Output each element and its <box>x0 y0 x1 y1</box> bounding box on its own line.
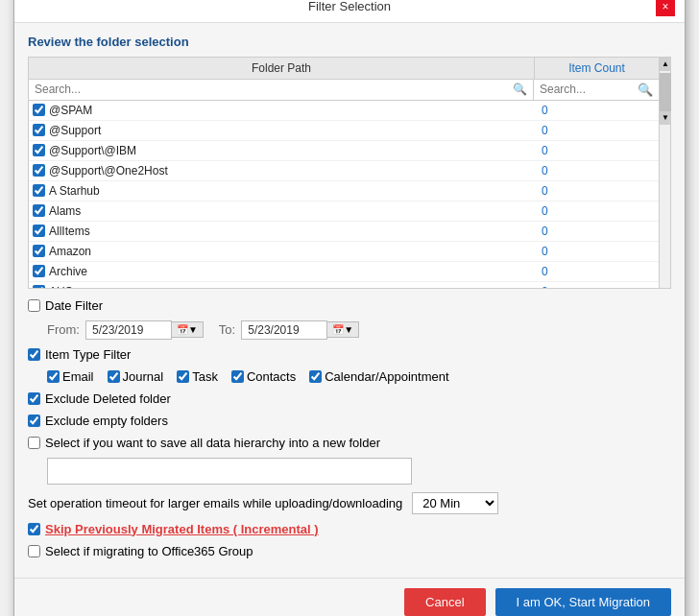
folder-count-cell: 0 <box>534 163 659 178</box>
item-type-item-checkbox[interactable] <box>309 370 322 383</box>
item-type-item-label[interactable]: Journal <box>108 369 164 384</box>
to-date-group: 📅▼ <box>241 320 359 340</box>
folder-name: Alams <box>49 204 81 218</box>
folder-count-cell: 0 <box>534 244 659 259</box>
item-type-item-label[interactable]: Calendar/Appointment <box>309 369 448 384</box>
cancel-button[interactable]: Cancel <box>404 588 485 616</box>
table-with-scroll: Folder Path Item Count 🔍 🔍 <box>29 58 670 288</box>
timeout-row: Set operation timeout for larger emails … <box>28 492 671 514</box>
search-input-path[interactable] <box>35 83 513 96</box>
folder-path-cell: AUS <box>29 284 534 288</box>
item-type-filter-checkbox[interactable] <box>28 348 40 361</box>
folder-path-cell: @Support\@One2Host <box>29 163 534 178</box>
incremental-label[interactable]: Skip Previously Migrated Items ( Increme… <box>28 522 319 536</box>
folder-path-cell: @Support <box>29 123 534 138</box>
ok-button[interactable]: I am OK, Start Migration <box>495 588 671 616</box>
search-icon-count: 🔍 <box>638 83 653 97</box>
item-type-item-label[interactable]: Email <box>47 369 94 384</box>
folder-checkbox[interactable] <box>33 144 45 156</box>
folder-path-cell: Archive <box>29 264 534 279</box>
table-row: Amazon 0 <box>29 242 659 262</box>
save-hierarchy-label[interactable]: Select if you want to save all data hier… <box>28 436 380 450</box>
search-box-count: 🔍 <box>534 80 659 100</box>
item-type-item-text: Journal <box>123 369 164 384</box>
folder-path-cell: @Support\@IBM <box>29 143 534 158</box>
from-date-picker-button[interactable]: 📅▼ <box>172 321 204 338</box>
folder-name: @Support <box>49 124 101 137</box>
save-hierarchy-checkbox[interactable] <box>28 437 40 449</box>
item-type-checkboxes: EmailJournalTaskContactsCalendar/Appoint… <box>47 369 671 384</box>
folder-name: @SPAM <box>49 104 92 117</box>
folder-name: AUS <box>49 285 73 288</box>
date-filter-text: Date Filter <box>45 298 103 313</box>
close-button[interactable]: × <box>656 0 675 16</box>
item-type-item-checkbox[interactable] <box>47 370 60 383</box>
folder-checkbox[interactable] <box>33 285 45 288</box>
folder-checkbox[interactable] <box>33 245 45 257</box>
item-type-item-checkbox[interactable] <box>108 370 120 383</box>
from-date-input[interactable] <box>85 320 172 340</box>
item-type-item-label[interactable]: Contacts <box>231 369 296 384</box>
table-row: Archive 0 <box>29 262 659 282</box>
folder-checkbox[interactable] <box>33 204 45 217</box>
date-filter-label[interactable]: Date Filter <box>28 298 103 313</box>
hierarchy-folder-input[interactable] <box>47 458 412 485</box>
folder-checkbox[interactable] <box>33 104 45 116</box>
review-label: Review the folder selection <box>28 35 671 49</box>
office365-checkbox[interactable] <box>28 545 40 557</box>
item-type-filter-row: Item Type Filter <box>28 347 671 362</box>
timeout-label: Set operation timeout for larger emails … <box>28 496 402 510</box>
scroll-down-arrow[interactable]: ▼ <box>660 111 671 125</box>
exclude-empty-label[interactable]: Exclude empty folders <box>28 414 168 428</box>
to-label: To: <box>219 322 235 337</box>
item-type-item-checkbox[interactable] <box>177 370 189 383</box>
folder-table-header: Folder Path Item Count <box>29 58 659 80</box>
col-path-header: Folder Path <box>29 58 534 79</box>
folder-checkbox[interactable] <box>33 225 45 237</box>
from-date-group: 📅▼ <box>85 320 204 340</box>
scrollbar-track: ▲ ▼ <box>659 58 670 288</box>
folder-count-cell: 0 <box>534 123 659 138</box>
folder-count-cell: 0 <box>534 143 659 158</box>
folder-table-container: Folder Path Item Count 🔍 🔍 <box>28 57 671 289</box>
exclude-empty-checkbox[interactable] <box>28 415 40 427</box>
incremental-checkbox[interactable] <box>28 523 40 535</box>
search-input-count[interactable] <box>540 83 638 96</box>
folder-name: AllItems <box>49 225 90 238</box>
date-filter-row: Date Filter <box>28 298 671 313</box>
folder-checkbox[interactable] <box>33 184 45 197</box>
folder-count-cell: 0 <box>534 183 659 199</box>
folder-path-cell: Alams <box>29 203 534 219</box>
folder-checkbox[interactable] <box>33 265 45 277</box>
date-filter-checkbox[interactable] <box>28 299 40 312</box>
scrollbar-thumb <box>660 73 671 111</box>
table-row: AUS 0 <box>29 282 659 288</box>
folder-list: @SPAM 0 @Support 0 @Support\@IBM 0 @Supp… <box>29 101 659 288</box>
to-date-input[interactable] <box>241 320 327 340</box>
folder-name: @Support\@One2Host <box>49 164 168 178</box>
item-type-item-text: Calendar/Appointment <box>325 369 448 384</box>
item-type-item-checkbox[interactable] <box>231 370 244 383</box>
folder-path-cell: @SPAM <box>29 103 534 118</box>
exclude-deleted-label[interactable]: Exclude Deleted folder <box>28 391 171 406</box>
item-type-filter-label[interactable]: Item Type Filter <box>28 347 131 362</box>
office365-label[interactable]: Select if migrating to Office365 Group <box>28 544 253 558</box>
dialog-body: Review the folder selection Folder Path … <box>14 23 685 578</box>
table-row: @SPAM 0 <box>29 101 659 121</box>
exclude-deleted-checkbox[interactable] <box>28 392 40 405</box>
item-type-item-text: Task <box>192 369 218 384</box>
table-row: A Starhub 0 <box>29 181 659 201</box>
office365-row: Select if migrating to Office365 Group <box>28 544 671 558</box>
item-type-item-text: Contacts <box>247 369 296 384</box>
item-type-item-label[interactable]: Task <box>177 369 218 384</box>
folder-checkbox[interactable] <box>33 124 45 136</box>
folder-checkbox[interactable] <box>33 164 45 177</box>
incremental-row: Skip Previously Migrated Items ( Increme… <box>28 522 671 536</box>
scroll-up-arrow[interactable]: ▲ <box>660 58 671 71</box>
folder-path-cell: Amazon <box>29 244 534 259</box>
dialog-title: Filter Selection <box>43 0 656 13</box>
timeout-select[interactable]: 5 Min10 Min15 Min20 Min30 Min60 Min <box>412 492 498 514</box>
table-row: @Support\@One2Host 0 <box>29 161 659 181</box>
folder-name: Amazon <box>49 245 91 258</box>
to-date-picker-button[interactable]: 📅▼ <box>327 321 359 338</box>
